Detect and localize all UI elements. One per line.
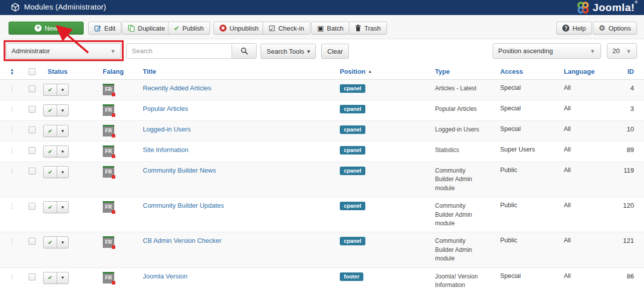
module-title-link[interactable]: Popular Articles (143, 105, 188, 112)
batch-button[interactable]: ▣ Batch (311, 22, 349, 35)
published-check-icon[interactable]: ✔ (44, 84, 57, 95)
checkin-button[interactable]: ☑ Check-in (263, 22, 310, 35)
published-check-icon[interactable]: ✔ (44, 105, 57, 116)
title-cell: Joomla Version (135, 268, 331, 289)
status-caret-icon[interactable]: ▼ (57, 125, 68, 136)
header-status[interactable]: Status (40, 64, 93, 79)
falang-fr-icon[interactable]: FR (103, 166, 114, 178)
header-position[interactable]: Position ▲ (331, 64, 428, 79)
header-access[interactable]: Access (494, 64, 557, 79)
status-caret-icon[interactable]: ▼ (57, 105, 68, 116)
drag-handle[interactable]: ⋮ (0, 121, 24, 141)
status-split-button[interactable]: ✔ ▼ (43, 272, 69, 284)
row-checkbox[interactable] (29, 126, 36, 133)
title-cell: CB Admin Version Checker (135, 232, 331, 267)
drag-handle[interactable]: ⋮ (0, 100, 24, 120)
duplicate-button[interactable]: Duplicate (122, 22, 171, 35)
type-cell: Community Builder Admin module (428, 232, 494, 267)
status-split-button[interactable]: ✔ ▼ (43, 166, 69, 178)
status-caret-icon[interactable]: ▼ (57, 167, 68, 178)
drag-handle[interactable]: ⋮ (0, 197, 24, 232)
publish-button[interactable]: ✔ Publish (168, 22, 210, 35)
status-caret-icon[interactable]: ▼ (57, 146, 68, 157)
row-checkbox[interactable] (29, 238, 36, 245)
sort-order-select[interactable]: Position ascending ▼ (493, 43, 601, 59)
sort-both-icon[interactable]: ▴ ▾ (0, 68, 24, 75)
status-split-button[interactable]: ✔ ▼ (43, 104, 69, 116)
header-language[interactable]: Language (557, 64, 616, 79)
published-check-icon[interactable]: ✔ (44, 146, 57, 157)
help-button[interactable]: ? Help (556, 22, 592, 35)
drag-handle[interactable]: ⋮ (0, 232, 24, 267)
row-checkbox[interactable] (29, 147, 36, 154)
module-title-link[interactable]: Community Builder Updates (143, 202, 224, 209)
new-button[interactable]: + New (9, 22, 84, 35)
status-split-button[interactable]: ✔ ▼ (43, 236, 69, 248)
status-cell: ✔ ▼ (40, 80, 93, 100)
falang-fr-icon[interactable]: FR (103, 201, 114, 213)
published-check-icon[interactable]: ✔ (44, 125, 57, 136)
status-split-button[interactable]: ✔ ▼ (43, 146, 69, 158)
drag-handle[interactable]: ⋮ (0, 268, 24, 289)
module-type-select[interactable]: Administrator ▼ (6, 43, 121, 59)
module-title-link[interactable]: CB Admin Version Checker (143, 237, 222, 244)
drag-handle[interactable]: ⋮ (0, 141, 24, 162)
caret-down-icon: ▼ (590, 48, 595, 54)
search-button[interactable] (232, 43, 257, 59)
falang-fr-icon[interactable]: FR (103, 104, 114, 116)
caret-down-icon: ▾ (307, 48, 310, 55)
type-cell: Community Builder Admin module (428, 197, 494, 232)
module-title-link[interactable]: Joomla Version (143, 272, 187, 280)
access-cell: Public (494, 197, 557, 232)
falang-fr-icon[interactable]: FR (103, 272, 114, 283)
row-checkbox[interactable] (29, 168, 36, 175)
trash-button[interactable]: Trash (349, 22, 387, 35)
falang-fr-icon[interactable]: FR (103, 125, 114, 136)
joomla-logo: Joomla!® (576, 0, 638, 15)
drag-handle[interactable]: ⋮ (0, 80, 24, 100)
status-caret-icon[interactable]: ▼ (57, 272, 68, 283)
status-caret-icon[interactable]: ▼ (57, 237, 68, 248)
search-tools-button[interactable]: Search Tools ▾ (261, 44, 316, 59)
module-title-link[interactable]: Recently Added Articles (143, 84, 211, 92)
module-title-link[interactable]: Community Builder News (143, 167, 216, 174)
edit-button[interactable]: Edit (88, 22, 121, 35)
row-checkbox[interactable] (29, 273, 36, 280)
published-check-icon[interactable]: ✔ (44, 237, 57, 248)
published-check-icon[interactable]: ✔ (44, 202, 57, 213)
row-checkbox[interactable] (29, 203, 36, 210)
row-checkbox[interactable] (29, 85, 36, 92)
select-all-checkbox[interactable] (29, 68, 36, 75)
status-split-button[interactable]: ✔ ▼ (43, 125, 69, 137)
status-split-button[interactable]: ✔ ▼ (43, 201, 69, 213)
list-limit-select[interactable]: 20 ▼ (607, 43, 637, 59)
falang-fr-icon[interactable]: FR (103, 236, 114, 248)
drag-handle[interactable]: ⋮ (0, 162, 24, 197)
module-title-link[interactable]: Site Information (143, 146, 188, 154)
modules-cube-icon (11, 3, 20, 12)
published-check-icon[interactable]: ✔ (44, 167, 57, 178)
header-type[interactable]: Type (428, 64, 494, 79)
falang-fr-icon[interactable]: FR (103, 84, 114, 95)
flag-red-dot (112, 93, 115, 96)
module-title-link[interactable]: Logged-in Users (143, 125, 190, 133)
search-input[interactable] (126, 43, 232, 59)
row-checkbox[interactable] (29, 106, 36, 113)
published-check-icon[interactable]: ✔ (44, 272, 57, 283)
flag-green-bar (103, 84, 114, 85)
position-cell: cpanel (331, 141, 428, 162)
id-cell: 10 (616, 121, 644, 141)
status-caret-icon[interactable]: ▼ (57, 202, 68, 213)
header-id[interactable]: ID (616, 64, 644, 79)
header-title[interactable]: Title (135, 64, 331, 79)
joomla-wordmark: Joomla!® (593, 2, 638, 14)
falang-fr-icon[interactable]: FR (103, 146, 114, 157)
batch-icon: ▣ (317, 25, 324, 32)
clear-button[interactable]: Clear (321, 44, 349, 59)
status-caret-icon[interactable]: ▼ (57, 84, 68, 95)
ordering-sort-header[interactable]: ▴ ▾ (0, 64, 24, 79)
access-cell: Special (494, 121, 557, 141)
unpublish-button[interactable]: ✖ Unpublish (213, 22, 265, 35)
status-split-button[interactable]: ✔ ▼ (43, 84, 69, 96)
options-button[interactable]: ⚙ Options (593, 22, 637, 35)
